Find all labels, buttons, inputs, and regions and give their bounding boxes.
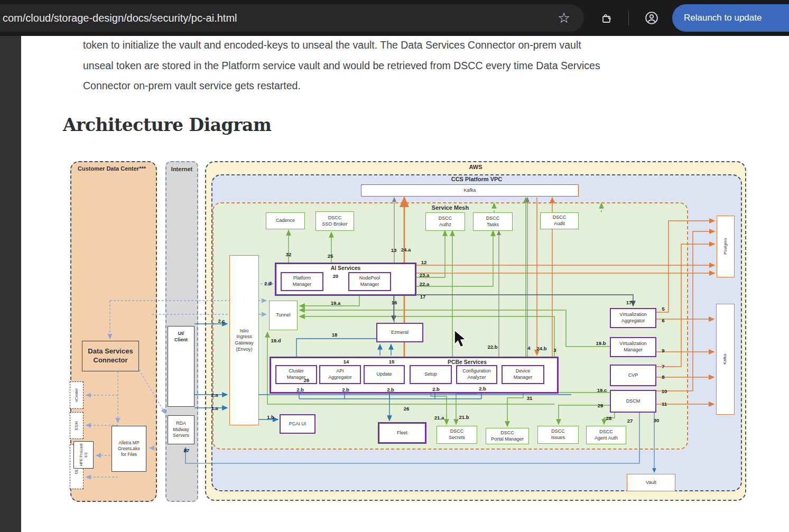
- mouse-cursor: [63, 156, 750, 507]
- url-text: com/cloud/storage-design/docs/security/p…: [3, 4, 237, 32]
- toolbar-separator: [628, 11, 629, 25]
- doc-paragraph: token to initialize the vault and encode…: [83, 35, 765, 96]
- extension-icon[interactable]: [596, 7, 617, 29]
- architecture-diagram: Customer Data Center*** Internet AWS CCS…: [63, 156, 750, 507]
- star-icon[interactable]: ☆: [553, 7, 574, 29]
- browser-toolbar: com/cloud/storage-design/docs/security/p…: [0, 0, 789, 36]
- url-bar[interactable]: com/cloud/storage-design/docs/security/p…: [0, 4, 584, 32]
- profile-icon[interactable]: [641, 7, 662, 29]
- window-edge-strip: [0, 36, 21, 532]
- screen: com/cloud/storage-design/docs/security/p…: [0, 0, 789, 532]
- relaunch-button[interactable]: Relaunch to update: [672, 4, 789, 32]
- page-title: Architecture Diagram: [63, 115, 271, 135]
